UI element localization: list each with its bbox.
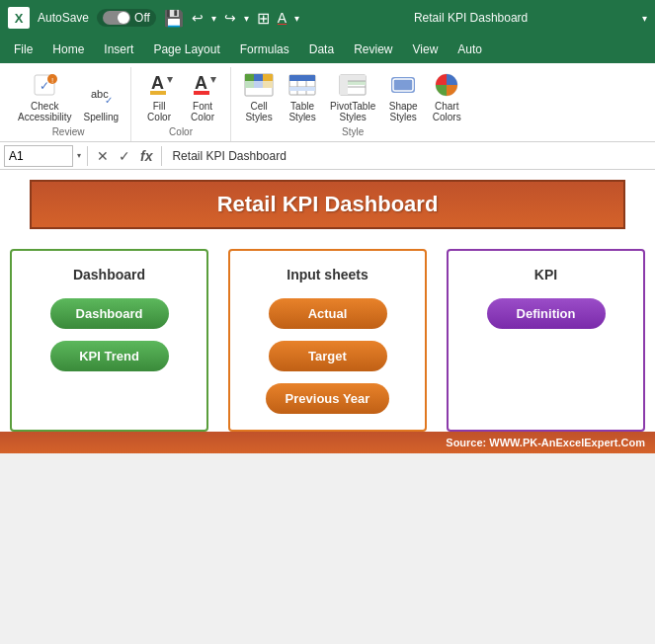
font-color-button[interactable]: A FontColor: [183, 67, 222, 124]
toggle-pill: [103, 11, 130, 25]
toggle-knob: [118, 12, 129, 24]
dropdown-arrow-redo[interactable]: ▾: [244, 13, 249, 24]
svg-text:!: !: [51, 76, 53, 85]
spelling-button[interactable]: abc ✓ Spelling: [79, 78, 123, 124]
menu-review[interactable]: Review: [344, 39, 402, 60]
font-color-icon: A: [187, 69, 218, 101]
kpi-card-title: KPI: [534, 267, 557, 282]
svg-rect-18: [263, 81, 273, 88]
formula-bar: A1 ▾ ✕ ✓ fx Retail KPI Dashboard: [0, 142, 655, 170]
pivottable-styles-label: PivotTableStyles: [330, 101, 375, 122]
definition-button[interactable]: Definition: [487, 298, 606, 329]
svg-rect-10: [194, 91, 209, 95]
svg-text:A: A: [195, 73, 207, 93]
shape-styles-button[interactable]: ShapeStyles: [383, 67, 423, 124]
menu-bar: File Home Insert Page Layout Formulas Da…: [0, 36, 655, 63]
check-accessibility-label: CheckAccessibility: [18, 101, 71, 122]
dropdown-arrow-undo[interactable]: ▾: [211, 13, 216, 24]
table-styles-button[interactable]: TableStyles: [283, 67, 322, 124]
menu-auto[interactable]: Auto: [448, 39, 492, 60]
cell-ref-dropdown[interactable]: ▾: [77, 151, 81, 160]
formula-fx-icon[interactable]: fx: [137, 148, 155, 164]
menu-page-layout[interactable]: Page Layout: [143, 39, 229, 60]
style-group-label: Style: [342, 126, 364, 137]
previous-year-button[interactable]: Previous Year: [266, 383, 390, 414]
save-icon[interactable]: 💾: [164, 9, 184, 28]
chart-colors-label: ChartColors: [433, 101, 461, 122]
spreadsheet-area: Retail KPI Dashboard Dashboard Dashboard…: [0, 170, 655, 432]
undo-icon[interactable]: ↩: [192, 10, 204, 26]
svg-rect-20: [289, 75, 315, 81]
autosave-toggle[interactable]: Off: [97, 9, 156, 27]
svg-rect-24: [289, 87, 315, 91]
review-buttons: ✓ ! CheckAccessibility abc ✓ Spelling: [14, 67, 123, 124]
fill-color-label: FillColor: [147, 101, 171, 122]
svg-rect-13: [245, 74, 254, 81]
cards-area: Dashboard Dashboard KPI Trend Input shee…: [10, 249, 645, 432]
fill-color-icon: A: [143, 69, 175, 101]
menu-file[interactable]: File: [4, 39, 42, 60]
ribbon-group-review: ✓ ! CheckAccessibility abc ✓ Spelling Re…: [6, 67, 131, 141]
pivottable-styles-button[interactable]: PivotTableStyles: [326, 67, 379, 124]
shape-styles-label: ShapeStyles: [389, 101, 418, 122]
cell-reference[interactable]: A1: [4, 145, 73, 167]
dashboard-container: Retail KPI Dashboard: [0, 170, 655, 229]
review-group-label: Review: [52, 126, 85, 137]
svg-rect-15: [263, 74, 273, 81]
cell-styles-label: CellStyles: [245, 101, 272, 122]
target-button[interactable]: Target: [269, 341, 387, 371]
formula-confirm-icon[interactable]: ✓: [116, 148, 133, 164]
style-buttons: CellStyles TableStyles: [239, 67, 466, 124]
formula-cancel-icon[interactable]: ✕: [94, 148, 112, 164]
svg-rect-28: [348, 81, 366, 85]
spelling-icon: abc ✓: [85, 80, 117, 112]
kpi-trend-button[interactable]: KPI Trend: [50, 341, 169, 371]
menu-home[interactable]: Home: [42, 39, 94, 60]
svg-rect-7: [150, 91, 166, 95]
svg-text:A: A: [151, 73, 164, 93]
title-bar: X AutoSave Off 💾 ↩ ▾ ↪ ▾ ⊞ A ▾ Retail KP…: [0, 0, 655, 36]
dashboard-header: Retail KPI Dashboard: [30, 180, 625, 229]
file-title: Retail KPI Dashboard: [307, 11, 634, 25]
menu-insert[interactable]: Insert: [94, 39, 143, 60]
source-bar: Source: WWW.PK-AnExcelExpert.Com: [0, 432, 655, 453]
svg-marker-8: [167, 77, 173, 83]
formula-content[interactable]: Retail KPI Dashboard: [168, 145, 651, 167]
fill-color-button[interactable]: A FillColor: [139, 67, 179, 124]
menu-view[interactable]: View: [403, 39, 449, 60]
ribbon-group-style: CellStyles TableStyles: [231, 67, 474, 141]
check-accessibility-icon: ✓ !: [29, 69, 60, 101]
menu-formulas[interactable]: Formulas: [230, 39, 299, 60]
cell-styles-icon: [243, 69, 275, 101]
check-accessibility-button[interactable]: ✓ ! CheckAccessibility: [14, 67, 75, 124]
dashboard-card: Dashboard Dashboard KPI Trend: [10, 249, 208, 432]
grid-icon[interactable]: ⊞: [257, 9, 270, 28]
dashboard-title: Retail KPI Dashboard: [217, 192, 439, 216]
svg-marker-11: [210, 77, 216, 83]
color-a-icon[interactable]: A: [278, 10, 287, 26]
kpi-card: KPI Definition: [447, 249, 645, 432]
ribbon: ✓ ! CheckAccessibility abc ✓ Spelling Re…: [0, 63, 655, 142]
svg-rect-14: [254, 74, 263, 81]
table-styles-icon: [287, 69, 318, 101]
title-dropdown[interactable]: ▾: [642, 13, 647, 24]
cell-styles-button[interactable]: CellStyles: [239, 67, 279, 124]
redo-icon[interactable]: ↪: [224, 10, 236, 26]
dashboard-button[interactable]: Dashboard: [50, 298, 169, 329]
chart-colors-button[interactable]: ChartColors: [427, 67, 466, 124]
svg-rect-16: [245, 81, 254, 88]
menu-data[interactable]: Data: [299, 39, 344, 60]
input-sheets-card-title: Input sheets: [287, 267, 368, 282]
svg-text:✓: ✓: [105, 95, 113, 106]
input-sheets-card: Input sheets Actual Target Previous Year: [228, 249, 427, 432]
actual-button[interactable]: Actual: [269, 298, 387, 329]
excel-logo: X: [8, 7, 30, 29]
color-buttons: A FillColor A FontColor: [139, 67, 222, 124]
autosave-label: AutoSave: [38, 11, 89, 25]
color-dropdown[interactable]: ▾: [294, 13, 299, 24]
ribbon-group-color: A FillColor A FontColor: [131, 67, 231, 141]
pivottable-styles-icon: [337, 69, 368, 101]
font-color-label: FontColor: [191, 101, 214, 122]
color-group-label: Color: [169, 126, 193, 137]
dashboard-card-title: Dashboard: [73, 267, 145, 282]
